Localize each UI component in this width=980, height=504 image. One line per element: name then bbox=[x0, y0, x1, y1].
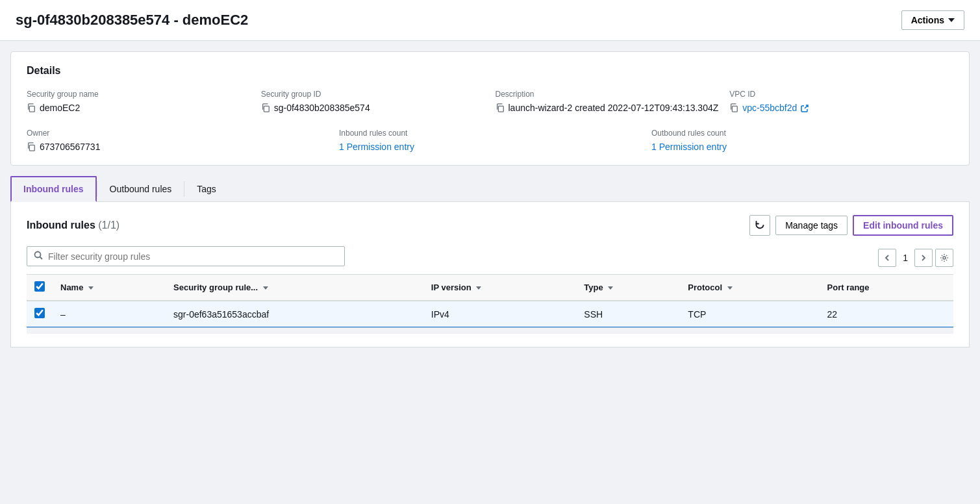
page-wrapper: sg-0f4830b208385e574 - demoEC2 Actions D… bbox=[0, 0, 980, 504]
security-group-id-label: Security group ID bbox=[261, 90, 485, 99]
search-bar bbox=[27, 246, 345, 266]
table-row: – sgr-0ef63a51653accbaf IPv4 SSH TCP bbox=[27, 301, 953, 327]
tab-inbound-rules[interactable]: Inbound rules bbox=[10, 176, 97, 202]
search-input[interactable] bbox=[48, 251, 338, 262]
pagination-row: 1 bbox=[878, 249, 953, 267]
sort-icon-type bbox=[608, 286, 613, 290]
row-protocol: TCP bbox=[680, 301, 819, 327]
refresh-button[interactable] bbox=[749, 215, 770, 236]
sort-icon-rule bbox=[263, 286, 268, 290]
owner-value: 673706567731 bbox=[27, 142, 329, 152]
svg-point-5 bbox=[35, 252, 41, 258]
header-checkbox-cell bbox=[27, 275, 53, 301]
svg-rect-4 bbox=[29, 145, 34, 151]
svg-rect-1 bbox=[264, 106, 269, 112]
chevron-right-icon bbox=[920, 255, 927, 261]
details-card: Details Security group name demoEC2 Secu… bbox=[10, 51, 970, 166]
tab-tags[interactable]: Tags bbox=[184, 177, 229, 201]
description-label: Description bbox=[496, 90, 720, 99]
copy-icon-4[interactable] bbox=[729, 103, 738, 112]
col-header-rule: Security group rule... bbox=[166, 275, 423, 301]
copy-icon-2[interactable] bbox=[261, 103, 270, 112]
pagination-prev-button[interactable] bbox=[878, 249, 896, 267]
owner-label: Owner bbox=[27, 129, 329, 138]
svg-rect-3 bbox=[733, 106, 738, 112]
edit-inbound-rules-button[interactable]: Edit inbound rules bbox=[853, 215, 953, 236]
security-group-name-field: Security group name demoEC2 bbox=[27, 90, 251, 113]
rules-actions: Manage tags Edit inbound rules bbox=[749, 215, 953, 236]
col-header-name: Name bbox=[53, 275, 166, 301]
sort-icon-ip bbox=[476, 286, 481, 290]
svg-rect-0 bbox=[29, 106, 34, 112]
copy-icon-3[interactable] bbox=[496, 103, 505, 112]
rules-header: Inbound rules (1/1) Manage tags Edit inb… bbox=[27, 215, 953, 236]
table-header: Name Security group rule... IP version T… bbox=[27, 275, 953, 301]
col-header-port: Port range bbox=[820, 275, 953, 301]
pagination-next-button[interactable] bbox=[914, 249, 933, 267]
page-header: sg-0f4830b208385e574 - demoEC2 Actions bbox=[0, 0, 980, 41]
details-grid-row2: Owner 673706567731 Inbound rules count 1… bbox=[27, 129, 953, 152]
row-port-range: 22 bbox=[820, 301, 953, 327]
vpc-id-field: VPC ID vpc-55bcbf2d bbox=[729, 90, 953, 113]
external-link-icon bbox=[801, 104, 809, 112]
rules-table: Name Security group rule... IP version T… bbox=[27, 274, 953, 327]
description-value: launch-wizard-2 created 2022-07-12T09:43… bbox=[496, 103, 720, 113]
vpc-id-label: VPC ID bbox=[729, 90, 953, 99]
inbound-rules-section: Inbound rules (1/1) Manage tags Edit inb… bbox=[10, 202, 970, 347]
row-name: – bbox=[53, 301, 166, 327]
details-section-title: Details bbox=[27, 65, 953, 77]
chevron-down-icon bbox=[948, 18, 955, 22]
inbound-rules-count-label: Inbound rules count bbox=[339, 129, 641, 138]
sort-icon-protocol bbox=[727, 286, 733, 290]
description-field: Description launch-wizard-2 created 2022… bbox=[496, 90, 720, 113]
search-filter-row: 1 bbox=[27, 246, 953, 274]
inbound-rules-count-field: Inbound rules count 1 Permission entry bbox=[339, 129, 641, 152]
vpc-id-link[interactable]: vpc-55bcbf2d bbox=[742, 103, 797, 113]
copy-icon-5[interactable] bbox=[27, 142, 36, 151]
col-header-protocol: Protocol bbox=[680, 275, 819, 301]
col-header-ip: IP version bbox=[423, 275, 576, 301]
search-icon bbox=[34, 251, 43, 262]
row-checkbox[interactable] bbox=[34, 308, 45, 318]
chevron-left-icon bbox=[884, 255, 890, 261]
pagination-current: 1 bbox=[899, 253, 912, 263]
settings-button[interactable] bbox=[935, 249, 953, 267]
copy-icon[interactable] bbox=[27, 103, 36, 112]
row-type: SSH bbox=[576, 301, 680, 327]
vpc-id-value: vpc-55bcbf2d bbox=[729, 103, 953, 113]
tabs-container: Inbound rules Outbound rules Tags bbox=[10, 176, 970, 202]
tab-outbound-rules[interactable]: Outbound rules bbox=[97, 177, 184, 201]
rules-count: (1/1) bbox=[98, 220, 119, 231]
security-group-name-label: Security group name bbox=[27, 90, 251, 99]
details-grid-row1: Security group name demoEC2 Security gro… bbox=[27, 90, 953, 113]
inbound-rules-count-value[interactable]: 1 Permission entry bbox=[339, 142, 641, 152]
col-header-type: Type bbox=[576, 275, 680, 301]
security-group-name-value: demoEC2 bbox=[27, 103, 251, 113]
refresh-icon bbox=[755, 220, 765, 231]
svg-point-7 bbox=[943, 257, 946, 259]
security-group-id-value: sg-0f4830b208385e574 bbox=[261, 103, 485, 113]
sort-icon-name bbox=[88, 286, 94, 290]
row-checkbox-cell bbox=[27, 301, 53, 327]
outbound-rules-count-label: Outbound rules count bbox=[651, 129, 953, 138]
gear-icon bbox=[940, 253, 949, 262]
outbound-rules-count-field: Outbound rules count 1 Permission entry bbox=[651, 129, 953, 152]
svg-line-6 bbox=[40, 257, 43, 260]
security-group-id-field: Security group ID sg-0f4830b208385e574 bbox=[261, 90, 485, 113]
manage-tags-button[interactable]: Manage tags bbox=[775, 216, 848, 235]
rules-section-title: Inbound rules (1/1) bbox=[27, 220, 119, 231]
row-ip-version: IPv4 bbox=[423, 301, 576, 327]
tabs-row: Inbound rules Outbound rules Tags bbox=[10, 176, 970, 201]
svg-rect-2 bbox=[498, 106, 503, 112]
select-all-checkbox[interactable] bbox=[34, 281, 45, 292]
page-title: sg-0f4830b208385e574 - demoEC2 bbox=[16, 12, 248, 29]
row-rule-id: sgr-0ef63a51653accbaf bbox=[166, 301, 423, 327]
outbound-rules-count-value[interactable]: 1 Permission entry bbox=[651, 142, 953, 152]
owner-field: Owner 673706567731 bbox=[27, 129, 329, 152]
scrollbar-area[interactable] bbox=[27, 327, 953, 334]
actions-button[interactable]: Actions bbox=[901, 10, 964, 30]
table-body: – sgr-0ef63a51653accbaf IPv4 SSH TCP bbox=[27, 301, 953, 327]
